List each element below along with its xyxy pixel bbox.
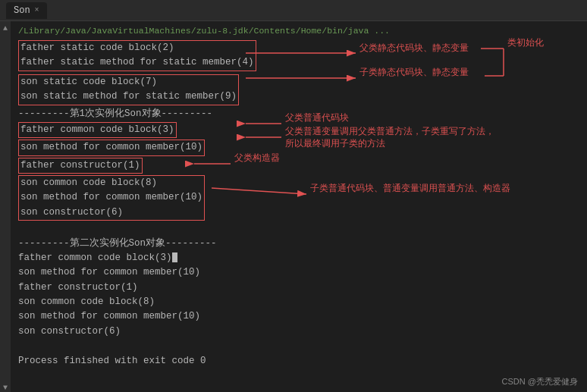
line-son-method-common: son method for common member(10) (20, 140, 202, 155)
line-son-constructor: son constructor(6) (20, 205, 202, 220)
path-line: /Library/Java/JavaVirtualMachines/zulu-8… (18, 26, 579, 36)
svg-text:子类普通代码块、普通变量调用普通方法、构造器: 子类普通代码块、普通变量调用普通方法、构造器 (310, 183, 510, 193)
line-father-common-code: father common code block(3) (20, 123, 174, 137)
line-second-son-common: son common code block(8) (18, 295, 579, 309)
line-second-father-constructor: father constructor(1) (18, 281, 579, 295)
line-son-static-code: son static code block(7) (20, 75, 237, 89)
line-second-son-constructor: son constructor(6) (18, 325, 579, 339)
empty-line2 (18, 339, 579, 353)
group-father-constructor: father constructor(1) (18, 158, 143, 174)
line-son-static-method: son static method for static member(9) (20, 89, 237, 104)
group-son-method: son method for common member(10) (18, 140, 205, 155)
line-process-finished: Process finished with exit code 0 (18, 354, 579, 368)
svg-text:所以最终调用子类的方法: 所以最终调用子类的方法 (285, 138, 385, 149)
gutter-arrow-down: ▼ (3, 384, 8, 392)
empty-line (18, 221, 579, 236)
group-son-static: son static code block(7) son static meth… (18, 74, 239, 105)
group-father-common: father common code block(3) (18, 122, 177, 138)
svg-line-17 (212, 188, 306, 194)
cursor (172, 252, 177, 262)
side-gutter: ▲ ▼ (0, 21, 11, 392)
gutter-arrow-up: ▲ (3, 24, 8, 33)
line-son-common-code: son common code block(8) (20, 176, 202, 190)
svg-text:父类静态代码块、静态变量: 父类静态代码块、静态变量 (359, 42, 469, 53)
svg-text:父类普通变量调用父类普通方法，子类重写了方法，: 父类普通变量调用父类普通方法，子类重写了方法， (285, 126, 494, 136)
svg-text:子类静态代码块、静态变量: 子类静态代码块、静态变量 (359, 67, 469, 77)
tab-son[interactable]: Son × (6, 2, 47, 19)
line-second-son-method: son method for common member(10) (18, 265, 579, 280)
line-second-father-common: father common code block(3) (18, 251, 579, 265)
line-second-son-method2: son method for common member(10) (18, 309, 579, 324)
bottom-bar: CSDN @禿禿爱健身 (502, 376, 578, 387)
line-father-static-code: father static code block(2) (20, 41, 254, 55)
console-area: /Library/Java/JavaVirtualMachines/zulu-8… (11, 21, 587, 392)
group-father-static: father static code block(2) father stati… (18, 40, 256, 71)
separator-first: ---------第1次实例化Son对象--------- (18, 107, 579, 121)
line-father-constructor: father constructor(1) (20, 158, 140, 173)
title-bar: Son × (0, 0, 587, 21)
csdn-label: CSDN @禿禿爱健身 (502, 377, 578, 386)
line-son-method-common2: son method for common member(10) (20, 190, 202, 205)
tab-close-icon[interactable]: × (35, 6, 39, 14)
group-son-common: son common code block(8) son method for … (18, 175, 205, 221)
svg-text:父类构造器: 父类构造器 (234, 152, 280, 163)
svg-text:类初始化: 类初始化 (507, 37, 544, 48)
line-father-static-method: father static method for static member(4… (20, 55, 254, 70)
main-layout: ▲ ▼ /Library/Java/JavaVirtualMachines/zu… (0, 21, 587, 392)
tab-label: Son (14, 5, 30, 16)
separator-second: ---------第二次实例化Son对象--------- (18, 237, 579, 251)
